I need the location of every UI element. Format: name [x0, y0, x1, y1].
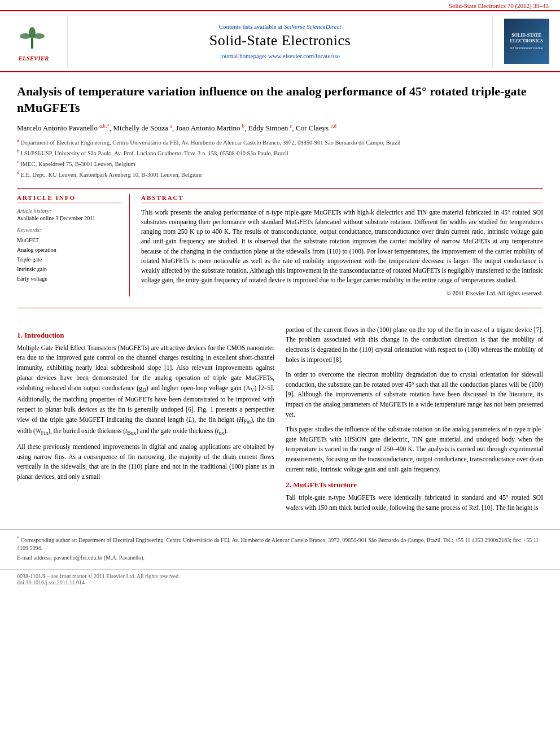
- article-info-header: ARTICLE INFO: [17, 194, 121, 203]
- article-info-column: ARTICLE INFO Article history: Available …: [17, 194, 130, 296]
- affiliation-a: a Department of Electrical Engineering, …: [17, 137, 543, 147]
- copyright-line: © 2011 Elsevier Ltd. All rights reserved…: [141, 290, 543, 296]
- bottom-bar: 0038-1101/$ – see front matter © 2011 El…: [0, 569, 560, 589]
- journal-logo-box: SOLID-STATE ELECTRONICS An International…: [504, 19, 549, 64]
- journal-header: ELSEVIER Contents lists available at Sci…: [0, 10, 560, 72]
- svg-rect-0: [31, 38, 33, 49]
- mugfets-paragraph-1: Tall triple-gate n-type MuGFETs were ide…: [286, 493, 543, 513]
- right-paragraph-3: This paper studies the influence of the …: [286, 425, 543, 475]
- affiliations: a Department of Electrical Engineering, …: [17, 137, 543, 180]
- svg-point-3: [33, 33, 45, 39]
- footnote-email: E-mail address: pavanello@fei.edu.br (M.…: [17, 554, 543, 562]
- keywords-label: Keywords:: [17, 227, 121, 233]
- header-center: Contents lists available at SciVerse Sci…: [68, 16, 492, 67]
- abstract-column: ABSTRACT This work presents the analog p…: [141, 194, 543, 296]
- homepage-label: journal homepage:: [220, 53, 266, 59]
- journal-title: Solid-State Electronics: [209, 32, 351, 49]
- affiliation-b: b LSI/PSI/USP, University of São Paulo, …: [17, 148, 543, 158]
- body-right-column: portion of the current flows in the (100…: [286, 325, 543, 518]
- intro-paragraph-1: Multiple Gate Field Effect Transistors (…: [17, 343, 274, 438]
- intro-section-title: 1. Introduction: [17, 331, 274, 340]
- keyword-3: Triple-gate: [17, 255, 121, 264]
- logo-title-text: SOLID-STATE ELECTRONICS: [507, 33, 546, 43]
- elsevier-logo: ELSEVIER: [14, 21, 54, 62]
- elsevier-logo-area: ELSEVIER: [0, 16, 68, 67]
- svg-point-2: [20, 33, 31, 39]
- homepage-url: www.elsevier.com/locate/sse: [268, 53, 340, 59]
- keyword-2: Analog operation: [17, 245, 121, 255]
- article-history: Article history: Available online 3 Dece…: [17, 208, 121, 221]
- doi-text: doi:10.1016/j.sse.2011.11.014: [17, 579, 543, 586]
- history-label: Article history:: [17, 208, 121, 214]
- keywords-section: Keywords: MuGFET Analog operation Triple…: [17, 227, 121, 283]
- right-paragraph-1: portion of the current flows in the (100…: [286, 325, 543, 365]
- authors-text: Marcelo Antonio Pavanello a,b,*, Michell…: [17, 124, 336, 132]
- history-value: Available online 3 December 2011: [17, 215, 121, 221]
- issn-text: 0038-1101/$ – see front matter © 2011 El…: [17, 573, 543, 579]
- abstract-header: ABSTRACT: [141, 194, 543, 203]
- authors-line: Marcelo Antonio Pavanello a,b,*, Michell…: [17, 123, 543, 132]
- journal-reference-text: Solid-State Electronics 70 (2012) 39–43: [449, 2, 549, 9]
- footnote-corresponding: * Corresponding author at: Department of…: [17, 535, 543, 552]
- contents-text: Contents lists available at: [219, 23, 283, 30]
- divider-2: [17, 308, 543, 308]
- homepage-link: journal homepage: www.elsevier.com/locat…: [220, 53, 340, 59]
- article-title: Analysis of temperature variation influe…: [17, 84, 543, 116]
- intro-paragraph-2: All these previously mentioned improveme…: [17, 442, 274, 482]
- journal-logo-area: SOLID-STATE ELECTRONICS An International…: [492, 16, 560, 67]
- article-area: Analysis of temperature variation influe…: [0, 72, 560, 325]
- journal-reference-bar: Solid-State Electronics 70 (2012) 39–43: [0, 0, 560, 10]
- sciverse-link: Contents lists available at SciVerse Sci…: [219, 23, 342, 30]
- footnotes-area: * Corresponding author at: Department of…: [0, 529, 560, 566]
- info-abstract-columns: ARTICLE INFO Article history: Available …: [17, 194, 543, 296]
- logo-subtitle: An International Journal: [510, 46, 543, 50]
- keywords-list: MuGFET Analog operation Triple-gate Intr…: [17, 235, 121, 283]
- affiliation-c: c IMEC, Kapeldreef 75, B-3001 Leuven, Be…: [17, 159, 543, 168]
- right-paragraph-2: In order to overcome the electron mobili…: [286, 370, 543, 420]
- affiliation-d: d E.E. Dept., KU Leuven, Kasteelpark Are…: [17, 169, 543, 179]
- abstract-text: This work presents the analog performanc…: [141, 208, 543, 286]
- elsevier-wordmark: ELSEVIER: [14, 55, 54, 62]
- keyword-5: Early voltage: [17, 274, 121, 283]
- mugfets-section-title: 2. MuGFETs structure: [286, 480, 543, 490]
- divider-1: [17, 188, 543, 189]
- body-left-column: 1. Introduction Multiple Gate Field Effe…: [17, 325, 274, 518]
- keyword-4: Intrinsic gain: [17, 264, 121, 274]
- sciverse-name: SciVerse ScienceDirect: [284, 23, 341, 30]
- elsevier-logo-svg: [14, 21, 54, 53]
- keyword-1: MuGFET: [17, 235, 121, 245]
- body-area: 1. Introduction Multiple Gate Field Effe…: [0, 325, 560, 529]
